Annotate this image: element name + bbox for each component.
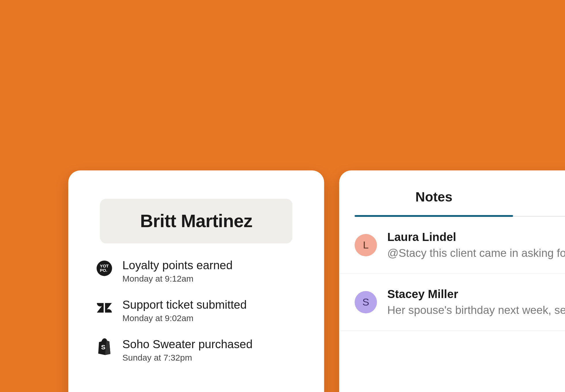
tabs: Notes Orders Tickets [355,182,565,217]
note-body: Laura Lindel @Stacy this client came in … [387,231,565,260]
notes-card: Notes Orders Tickets L Laura Lindel @Sta… [339,170,565,392]
activity-timestamp: Monday at 9:12am [122,274,232,284]
zendesk-icon [96,299,113,316]
note-author: Stacey Miller [387,288,565,301]
tab-orders[interactable]: Orders [513,182,565,216]
activity-row[interactable]: Support ticket submitted Monday at 9:02a… [94,298,298,323]
yotpo-icon: YOTPO. [96,260,113,277]
note-author: Laura Lindel [387,231,565,244]
activity-text: Support ticket submitted Monday at 9:02a… [122,298,246,323]
activity-title: Loyalty points earned [122,259,232,272]
avatar: L [355,234,377,256]
customer-activity-card: Britt Martinez YOTPO. Loyalty points ear… [68,170,324,392]
activity-row[interactable]: S Soho Sweater purchased Sunday at 7:32p… [94,338,298,363]
note-row[interactable]: L Laura Lindel @Stacy this client came i… [339,217,565,274]
tab-notes[interactable]: Notes [355,182,513,216]
activity-title: Support ticket submitted [122,298,246,312]
note-body: Stacey Miller Her spouse's birthday next… [387,288,565,317]
note-row[interactable]: S Stacey Miller Her spouse's birthday ne… [339,274,565,331]
activity-title: Soho Sweater purchased [122,338,253,351]
customer-name-pill: Britt Martinez [100,199,292,244]
activity-row[interactable]: YOTPO. Loyalty points earned Monday at 9… [94,259,298,284]
shopify-icon: S [96,339,113,356]
activity-text: Loyalty points earned Monday at 9:12am [122,259,232,284]
customer-name: Britt Martinez [117,211,275,231]
activity-timestamp: Sunday at 7:32pm [122,353,253,363]
activity-timestamp: Monday at 9:02am [122,313,246,323]
note-message: @Stacy this client came in asking for yo… [387,246,565,260]
svg-text:S: S [101,344,106,351]
note-message: Her spouse's birthday next week, send em… [387,304,565,317]
avatar: S [355,291,377,313]
activity-text: Soho Sweater purchased Sunday at 7:32pm [122,338,253,363]
